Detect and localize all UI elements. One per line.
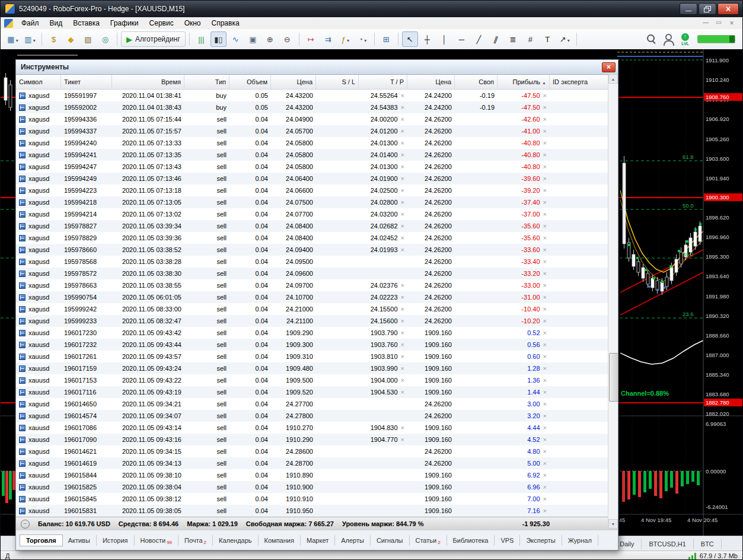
close-position-icon[interactable]: [543, 199, 547, 206]
table-row[interactable]: xagusd1959943362020.11.05 07:15:44sell0.…: [16, 113, 618, 125]
close-position-icon[interactable]: [401, 294, 404, 301]
minimize-button[interactable]: [680, 3, 697, 15]
close-position-icon[interactable]: [401, 139, 404, 147]
close-position-icon[interactable]: [543, 424, 547, 431]
zoom-in-button[interactable]: ⊕: [262, 31, 278, 47]
tile-chart-button[interactable]: ▣: [245, 31, 261, 47]
close-position-icon[interactable]: [401, 211, 404, 218]
table-row[interactable]: xagusd1955920022020.11.04 01:38:43buy0.0…: [16, 101, 618, 113]
close-position-icon[interactable]: [543, 234, 547, 241]
close-position-icon[interactable]: [401, 163, 404, 170]
account-button[interactable]: [660, 31, 676, 47]
table-row[interactable]: xauusd1960158312020.11.05 09:38:05sell0.…: [16, 505, 618, 517]
close-position-icon[interactable]: [543, 116, 547, 123]
close-position-icon[interactable]: [543, 139, 547, 147]
column-header-profit[interactable]: Прибыль: [498, 75, 550, 89]
close-position-icon[interactable]: [543, 495, 547, 502]
close-position-icon[interactable]: [401, 353, 404, 360]
close-position-icon[interactable]: [401, 222, 404, 230]
table-row[interactable]: xagusd1959942232020.11.05 07:13:18sell0.…: [16, 184, 618, 196]
app-logo-icon[interactable]: [5, 4, 15, 14]
new-chart-button[interactable]: ▦: [5, 31, 21, 47]
trendline-button[interactable]: ╱: [471, 31, 487, 47]
close-position-icon[interactable]: [543, 128, 547, 135]
column-header-tp[interactable]: T / P: [359, 75, 407, 89]
close-position-icon[interactable]: [401, 329, 404, 336]
close-position-icon[interactable]: [401, 92, 404, 99]
window-titlebar[interactable]: 5249049 - RoboForex-Pro - Hedge - [XAUUS…: [1, 1, 742, 17]
scroll-down-button[interactable]: [608, 519, 618, 529]
close-position-icon[interactable]: [543, 365, 547, 372]
menu-insert[interactable]: Вставка: [68, 17, 105, 29]
table-row[interactable]: xagusd1959788272020.11.05 03:39:34sell0.…: [16, 220, 618, 232]
close-position-icon[interactable]: [543, 104, 547, 111]
close-position-icon[interactable]: [543, 306, 547, 313]
tab-news[interactable]: Новости99: [135, 535, 179, 546]
close-position-icon[interactable]: [543, 389, 547, 396]
close-position-icon[interactable]: [543, 294, 547, 301]
menu-view[interactable]: Вид: [44, 17, 68, 29]
table-row[interactable]: xagusd1959942492020.11.05 07:13:46sell0.…: [16, 173, 618, 184]
column-header-type[interactable]: Тип: [184, 75, 229, 89]
arrow-objects-button[interactable]: ↗: [557, 31, 573, 47]
scroll-up-button[interactable]: [608, 74, 618, 84]
zoom-out-button[interactable]: ⊖: [279, 31, 295, 47]
child-restore-button[interactable]: [714, 19, 723, 27]
close-position-icon[interactable]: [543, 163, 547, 170]
column-header-time[interactable]: Время: [112, 75, 184, 89]
timeframes-button[interactable]: ◔: [355, 31, 371, 47]
toolbox-titlebar[interactable]: Инструменты: [16, 60, 618, 75]
table-row[interactable]: xauusd1960170862020.11.05 09:43:14sell0.…: [16, 422, 618, 434]
column-header-ticket[interactable]: Тикет: [61, 75, 112, 89]
market-watch-button[interactable]: $: [46, 31, 62, 47]
tab-history[interactable]: История: [97, 535, 135, 546]
table-row[interactable]: xauusd1960172302020.11.05 09:43:42sell0.…: [16, 327, 618, 339]
tab-alerts[interactable]: Алерты: [335, 535, 371, 546]
column-header-swap[interactable]: Своп: [455, 75, 498, 89]
close-position-icon[interactable]: [401, 199, 404, 206]
tab-journal[interactable]: Журнал: [562, 535, 598, 546]
tab-market[interactable]: Маркет: [301, 535, 335, 546]
navigator-button[interactable]: ▧: [80, 31, 96, 47]
close-position-icon[interactable]: [401, 436, 404, 443]
child-minimize-button[interactable]: [701, 19, 710, 27]
column-header-sl[interactable]: S / L: [316, 75, 359, 89]
menu-help[interactable]: Справка: [206, 17, 245, 29]
close-position-icon[interactable]: [401, 104, 404, 111]
close-position-icon[interactable]: [543, 400, 547, 408]
chart-shift-button[interactable]: ↦: [303, 31, 319, 47]
menu-tools[interactable]: Сервис: [144, 17, 179, 29]
toolbox-close-button[interactable]: [602, 62, 616, 72]
connection-quality-button[interactable]: [694, 31, 738, 47]
table-row[interactable]: xagusd1959942412020.11.05 07:13:35sell0.…: [16, 149, 618, 161]
data-window-button[interactable]: ◆: [63, 31, 79, 47]
close-position-icon[interactable]: [543, 448, 547, 455]
close-position-icon[interactable]: [543, 377, 547, 384]
andrews-pitchfork-button[interactable]: #: [522, 31, 538, 47]
table-row[interactable]: xagusd1959786632020.11.05 03:38:55sell0.…: [16, 279, 618, 291]
close-position-icon[interactable]: [401, 151, 404, 158]
vertical-line-button[interactable]: │: [436, 31, 452, 47]
table-row[interactable]: xauusd1960158452020.11.05 09:38:12sell0.…: [16, 493, 618, 505]
tab-calendar[interactable]: Календарь: [213, 535, 259, 546]
table-row[interactable]: xauusd1960171162020.11.05 09:43:19sell0.…: [16, 386, 618, 398]
close-position-icon[interactable]: [543, 460, 547, 467]
fibonacci-button[interactable]: ≣: [505, 31, 521, 47]
table-row[interactable]: xagusd1959785682020.11.05 03:38:28sell0.…: [16, 256, 618, 268]
close-button[interactable]: [718, 3, 739, 15]
tab-signals[interactable]: Сигналы: [371, 535, 410, 546]
close-position-icon[interactable]: [543, 246, 547, 253]
close-position-icon[interactable]: [543, 270, 547, 277]
table-row[interactable]: xagusd1959942402020.11.05 07:13:33sell0.…: [16, 137, 618, 149]
column-header-symbol[interactable]: Символ: [16, 75, 61, 89]
close-position-icon[interactable]: [543, 222, 547, 230]
table-row[interactable]: xagusd1959786602020.11.05 03:38:52sell0.…: [16, 244, 618, 256]
close-position-icon[interactable]: [543, 483, 547, 491]
close-position-icon[interactable]: [543, 353, 547, 360]
tab-trade[interactable]: Торговля: [20, 534, 63, 546]
close-position-icon[interactable]: [543, 507, 547, 514]
close-position-icon[interactable]: [401, 116, 404, 123]
scroll-thumb[interactable]: [609, 353, 618, 402]
indicators-button[interactable]: ƒ: [337, 31, 353, 47]
close-position-icon[interactable]: [543, 472, 547, 479]
